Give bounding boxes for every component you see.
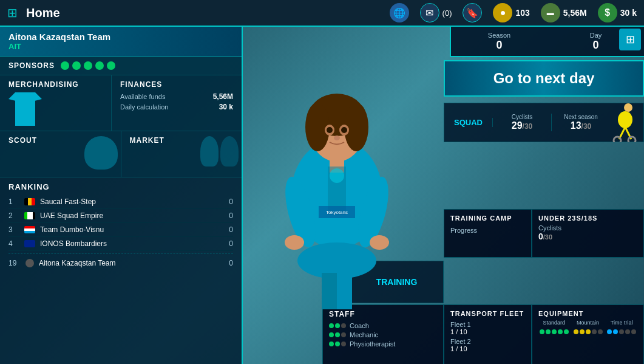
sponsor-dot-4 xyxy=(95,61,104,70)
bookmark-icon: 🔖 xyxy=(463,3,482,22)
bookmark-button[interactable]: 🔖 xyxy=(463,3,482,22)
available-value: 5,56M xyxy=(213,92,233,101)
fleet-panel[interactable]: TRANSPORT FLEET Fleet 1 1 / 10 Fleet 2 1… xyxy=(444,304,532,364)
merchandising-panel[interactable]: MERCHANDISING xyxy=(0,75,112,131)
coin-icon: ● xyxy=(493,3,512,22)
squad-panel[interactable]: SQUAD Cyclists 29/30 Next season 13/30 xyxy=(444,103,644,142)
timetrial-dots xyxy=(606,329,637,334)
next-season-area: Next season 13/30 xyxy=(551,114,610,131)
team-uae: UAE Squad Empire xyxy=(40,211,224,220)
equipment-panel[interactable]: EQUIPMENT Standard Mountain Time trial xyxy=(532,304,644,364)
equip-dot xyxy=(613,329,618,334)
mid-panels: MERCHANDISING FINANCES Available funds 5… xyxy=(0,75,242,131)
svg-point-21 xyxy=(370,235,389,250)
equip-dot xyxy=(552,329,557,334)
training-camp-sub: Progress xyxy=(450,227,525,234)
fleet-2-count: 1 / 10 xyxy=(450,345,525,352)
cyclist-icon xyxy=(610,103,640,142)
svg-point-23 xyxy=(330,168,344,183)
table-row: 3 Team Dumbo-Visnu 0 xyxy=(8,223,233,237)
cyclist-decoration xyxy=(610,103,643,142)
equip-dot-empty xyxy=(631,329,636,334)
equip-dot xyxy=(607,329,612,334)
mail-button[interactable]: ✉ (0) xyxy=(420,3,452,22)
market-panel[interactable]: MARKET xyxy=(121,131,242,177)
nav-items: 🌐 ✉ (0) 🔖 ● 103 ▬ 5,56M $ 30 k xyxy=(390,3,637,22)
fleet-1-name: Fleet 1 xyxy=(450,321,525,328)
cyclists-label: Cyclists xyxy=(499,114,545,120)
equip-dot-empty xyxy=(598,329,603,334)
season-label: Season xyxy=(451,32,547,39)
daily-value: 30 k xyxy=(620,8,637,18)
coins-display: ● 103 xyxy=(493,3,529,22)
sponsor-dots xyxy=(61,61,115,70)
equipment-categories: Standard Mountain Time trial xyxy=(538,320,637,326)
page-title: Home xyxy=(26,6,384,20)
menu-icon[interactable]: ⊞ xyxy=(7,5,18,20)
season-day-bar: Season 0 Day 0 ⊞ xyxy=(450,27,644,57)
svg-rect-28 xyxy=(337,273,352,309)
cyclists-area: Cyclists 29/30 xyxy=(493,114,551,131)
next-season-label: Next season xyxy=(558,114,604,120)
globe-icon: 🌐 xyxy=(390,3,409,22)
daily-display: $ 30 k xyxy=(598,3,637,22)
equip-dot xyxy=(574,329,578,334)
fleet-1-count: 1 / 10 xyxy=(450,328,525,335)
my-rank: 19 xyxy=(8,259,21,267)
svg-point-15 xyxy=(341,127,347,133)
equip-dot-empty xyxy=(625,329,630,334)
season-value: 0 xyxy=(451,39,547,52)
jersey-icon xyxy=(8,92,42,126)
svg-point-1 xyxy=(618,111,632,128)
equip-dot xyxy=(564,329,569,334)
fleet-1: Fleet 1 1 / 10 xyxy=(450,321,525,335)
flag-belgium xyxy=(24,198,35,205)
fleet-title: TRANSPORT FLEET xyxy=(450,310,525,317)
table-row: 2 UAE Squad Empire 0 xyxy=(8,209,233,223)
next-day-label: Go to next day xyxy=(493,70,595,87)
ranking-label: RANKING xyxy=(8,182,233,191)
equip-dot xyxy=(546,329,551,334)
mail-icon: ✉ xyxy=(420,3,439,22)
rank-4: 4 xyxy=(8,239,19,248)
rank-3: 3 xyxy=(8,225,19,234)
training-camp-title: TRAINING CAMP xyxy=(450,215,525,222)
next-day-button[interactable]: Go to next day xyxy=(444,60,644,97)
daily-calc-label: Daily calculation xyxy=(120,103,168,111)
table-row: 4 IONOS Bombardiers 0 xyxy=(8,237,233,251)
merchandising-label: MERCHANDISING xyxy=(8,80,103,89)
available-row: Available funds 5,56M xyxy=(120,92,233,101)
flag-uae xyxy=(24,212,35,219)
character-figure: Tokyotans xyxy=(252,72,422,364)
mountain-dots xyxy=(572,329,604,334)
dollar-icon: $ xyxy=(598,3,617,22)
rank-1: 1 xyxy=(8,197,19,206)
finances-panel[interactable]: FINANCES Available funds 5,56M Daily cal… xyxy=(112,75,242,131)
my-team-row: 19 Aitona Kazaqstan Team 0 xyxy=(8,256,233,270)
svg-rect-27 xyxy=(322,273,337,309)
funds-value: 5,56M xyxy=(563,8,587,18)
equip-mountain: Mountain xyxy=(572,320,604,326)
sponsor-dot-5 xyxy=(107,61,115,70)
svg-point-0 xyxy=(624,103,632,112)
daily-row: Daily calculation 30 k xyxy=(120,103,233,111)
svg-text:Tokyotans: Tokyotans xyxy=(326,210,348,215)
scout-panel[interactable]: SCOUT xyxy=(0,131,121,177)
flag-nl xyxy=(24,226,35,233)
left-panel: Aitona Kazaqstan Team AIT SPONSORS MERCH… xyxy=(0,27,243,364)
flag-gb xyxy=(24,240,35,247)
equip-dot-empty xyxy=(619,329,624,334)
svg-point-14 xyxy=(327,127,333,133)
finances-label: FINANCES xyxy=(120,80,233,89)
sponsors-label: SPONSORS xyxy=(8,61,55,70)
calendar-icon[interactable]: ⊞ xyxy=(619,29,641,50)
training-camp-panel[interactable]: TRAINING CAMP Progress xyxy=(444,209,532,258)
sponsor-dot-2 xyxy=(72,61,81,70)
under23-panel[interactable]: UNDER 23S/18S Cyclists 0/30 xyxy=(532,209,644,258)
under23-title: UNDER 23S/18S xyxy=(538,215,637,222)
character-area: Tokyotans xyxy=(231,27,443,364)
timetrial-label: Time trial xyxy=(606,320,637,326)
scout-market-row: SCOUT MARKET xyxy=(0,131,242,177)
scout-figure xyxy=(84,136,118,170)
globe-button[interactable]: 🌐 xyxy=(390,3,409,22)
